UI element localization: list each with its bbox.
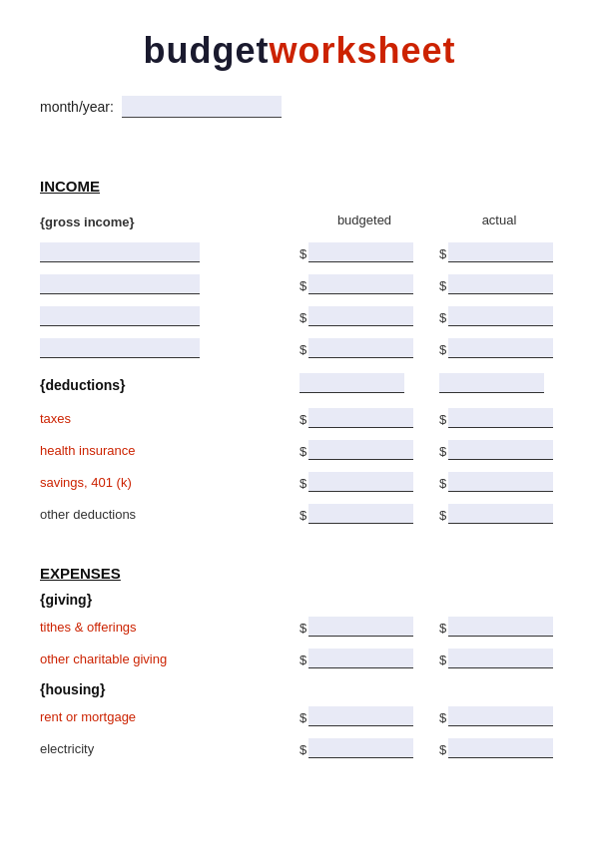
budgeted-field-gi-4: $ <box>300 338 429 358</box>
budgeted-input-health[interactable] <box>308 440 413 460</box>
actual-input-gi-4[interactable] <box>448 338 553 358</box>
budgeted-field-ded-header <box>300 373 429 393</box>
budgeted-field-charitable: $ <box>300 649 429 668</box>
budgeted-field-gi-3: $ <box>300 306 429 326</box>
actual-input-gi-2[interactable] <box>448 274 553 294</box>
actual-field-gi-2: $ <box>439 274 559 294</box>
budgeted-field-gi-2: $ <box>300 274 429 294</box>
actual-input-savings[interactable] <box>448 472 553 492</box>
electricity-label: electricity <box>40 741 240 756</box>
expense-row-charitable: other charitable giving $ $ <box>40 646 559 671</box>
expense-row-rent: rent or mortgage $ $ <box>40 703 559 729</box>
budgeted-input-charitable[interactable] <box>308 649 413 668</box>
actual-input-health[interactable] <box>448 440 553 460</box>
budgeted-field-savings: $ <box>300 472 429 492</box>
month-year-label: month/year: <box>40 99 114 115</box>
actual-col-header: actual <box>439 213 559 227</box>
gross-income-name-input-3[interactable] <box>40 306 200 326</box>
budgeted-input-other-ded[interactable] <box>308 504 413 524</box>
budgeted-input-electricity[interactable] <box>308 738 413 758</box>
actual-input-charitable[interactable] <box>448 649 553 668</box>
deduction-row-taxes: taxes $ $ <box>40 405 559 431</box>
giving-label: {giving} <box>40 592 559 608</box>
deduction-row-health: health insurance $ $ <box>40 437 559 463</box>
gross-income-name-input-1[interactable] <box>40 242 200 262</box>
budgeted-field-rent: $ <box>300 706 429 726</box>
budgeted-input-gi-4[interactable] <box>308 338 413 358</box>
actual-field-taxes: $ <box>439 408 559 428</box>
expense-row-electricity: electricity $ $ <box>40 735 559 761</box>
month-year-row: month/year: <box>40 96 559 118</box>
budgeted-input-gi-3[interactable] <box>308 306 413 326</box>
actual-input-other-ded[interactable] <box>448 504 553 524</box>
budgeted-field-electricity: $ <box>300 738 429 758</box>
deductions-label: {deductions} <box>40 377 126 393</box>
expense-row-tithes: tithes & offerings $ $ <box>40 614 559 640</box>
actual-field-tithes: $ <box>439 617 559 637</box>
actual-field-gi-1: $ <box>439 242 559 262</box>
gross-income-row-4: $ $ <box>40 335 559 361</box>
deduction-row-other: other deductions $ $ <box>40 501 559 527</box>
charitable-giving-label: other charitable giving <box>40 651 240 666</box>
budgeted-input-gi-1[interactable] <box>308 242 413 262</box>
rent-mortgage-label: rent or mortgage <box>40 709 240 724</box>
budgeted-field-taxes: $ <box>300 408 429 428</box>
title-budget: budget <box>143 30 269 71</box>
income-heading: INCOME <box>40 178 559 195</box>
budgeted-input-taxes[interactable] <box>308 408 413 428</box>
gross-income-name-input-4[interactable] <box>40 338 200 358</box>
actual-input-ded-header[interactable] <box>439 373 544 393</box>
budgeted-field-health: $ <box>300 440 429 460</box>
deduction-row-savings: savings, 401 (k) $ $ <box>40 469 559 495</box>
savings-label: savings, 401 (k) <box>40 475 240 490</box>
actual-input-gi-3[interactable] <box>448 306 553 326</box>
month-year-input[interactable] <box>122 96 282 118</box>
actual-field-other-ded: $ <box>439 504 559 524</box>
budgeted-field-gi-1: $ <box>300 242 429 262</box>
tithes-label: tithes & offerings <box>40 620 240 635</box>
page-title: budgetworksheet <box>40 30 559 72</box>
budgeted-col-header: budgeted <box>300 213 429 227</box>
taxes-label: taxes <box>40 411 240 426</box>
budgeted-field-other-ded: $ <box>300 504 429 524</box>
budgeted-input-gi-2[interactable] <box>308 274 413 294</box>
gross-income-row-1: $ $ <box>40 239 559 265</box>
gross-income-row-3: $ $ <box>40 303 559 329</box>
actual-input-electricity[interactable] <box>448 738 553 758</box>
gross-income-name-input-2[interactable] <box>40 274 200 294</box>
actual-field-gi-3: $ <box>439 306 559 326</box>
budgeted-input-rent[interactable] <box>308 706 413 726</box>
actual-field-rent: $ <box>439 706 559 726</box>
health-insurance-label: health insurance <box>40 443 240 458</box>
other-deductions-label: other deductions <box>40 507 240 522</box>
actual-field-gi-4: $ <box>439 338 559 358</box>
gross-income-row-2: $ $ <box>40 271 559 297</box>
budgeted-input-savings[interactable] <box>308 472 413 492</box>
actual-input-rent[interactable] <box>448 706 553 726</box>
actual-field-ded-header <box>439 373 559 393</box>
expenses-heading: EXPENSES <box>40 565 559 582</box>
housing-label: {housing} <box>40 681 559 697</box>
gross-income-header-row: {gross income} budgeted actual <box>40 205 559 235</box>
deductions-header-row: {deductions} <box>40 367 559 399</box>
gross-income-label: {gross income} <box>40 215 135 229</box>
actual-input-tithes[interactable] <box>448 617 553 637</box>
actual-input-taxes[interactable] <box>448 408 553 428</box>
actual-field-savings: $ <box>439 472 559 492</box>
actual-field-electricity: $ <box>439 738 559 758</box>
budgeted-input-tithes[interactable] <box>308 617 413 637</box>
budgeted-input-ded-header[interactable] <box>300 373 404 393</box>
budgeted-field-tithes: $ <box>300 617 429 637</box>
title-worksheet: worksheet <box>269 30 455 71</box>
actual-field-health: $ <box>439 440 559 460</box>
actual-field-charitable: $ <box>439 649 559 668</box>
budget-worksheet-page: budgetworksheet month/year: INCOME {gros… <box>0 0 599 868</box>
actual-input-gi-1[interactable] <box>448 242 553 262</box>
